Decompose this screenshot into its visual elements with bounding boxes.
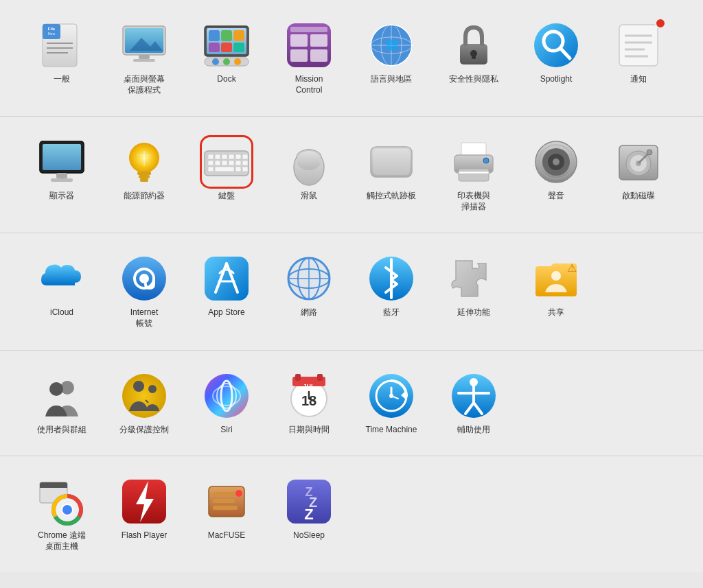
svg-point-116 xyxy=(122,374,166,418)
language-label: 語言與地區 xyxy=(371,74,412,85)
bluetooth-label: 藍牙 xyxy=(383,307,400,318)
internet-icon xyxy=(119,254,169,303)
svg-rect-156 xyxy=(213,499,235,503)
datetime-icon: JUL 18 xyxy=(284,371,334,421)
svg-rect-55 xyxy=(137,172,151,175)
svg-rect-19 xyxy=(233,43,244,52)
parental-label: 分級保護控制 xyxy=(119,425,169,436)
pref-sharing[interactable]: ⚠ 共享 xyxy=(515,247,597,325)
macfuse-label: MacFUSE xyxy=(208,530,246,541)
nosleep-icon: Z Z Z xyxy=(284,477,334,526)
icon-grid-1: File New 一般 xyxy=(21,14,682,102)
pref-datetime[interactable]: JUL 18 日期與時間 xyxy=(268,364,350,443)
pref-appstore[interactable]: App Store xyxy=(185,247,268,325)
macfuse-icon xyxy=(202,477,251,526)
display-icon xyxy=(37,137,87,187)
svg-rect-69 xyxy=(222,161,227,165)
pref-timemachine[interactable]: Time Machine xyxy=(350,364,433,443)
siri-label: Siri xyxy=(220,425,232,436)
svg-rect-25 xyxy=(290,34,308,47)
spotlight-icon xyxy=(531,21,581,70)
pref-parental[interactable]: 分級保護控制 xyxy=(103,364,185,443)
svg-rect-11 xyxy=(133,59,155,62)
pref-printer[interactable]: 印表機與掃描器 xyxy=(433,130,515,219)
svg-point-21 xyxy=(212,58,219,65)
parental-icon xyxy=(119,371,169,421)
pref-dock[interactable]: Dock xyxy=(185,14,268,92)
svg-rect-53 xyxy=(51,178,73,182)
svg-rect-61 xyxy=(208,154,214,159)
svg-point-79 xyxy=(297,151,321,170)
pref-startup[interactable]: 啟動磁碟 xyxy=(597,130,680,209)
dock-label: Dock xyxy=(217,74,235,85)
svg-rect-44 xyxy=(619,25,658,66)
svg-rect-15 xyxy=(221,30,232,41)
svg-point-23 xyxy=(234,58,241,65)
pref-sound[interactable]: 聲音 xyxy=(515,130,597,209)
svg-rect-62 xyxy=(215,154,220,159)
chrome-label: Chrome 遠端桌面主機 xyxy=(38,530,86,552)
network-icon xyxy=(284,254,334,303)
pref-nosleep[interactable]: Z Z Z NoSleep xyxy=(268,470,350,548)
pref-notification[interactable]: 通知 xyxy=(597,14,680,92)
svg-text:⚠: ⚠ xyxy=(567,262,577,274)
display-label: 顯示器 xyxy=(49,191,74,202)
svg-text:JUL: JUL xyxy=(303,383,315,390)
startup-icon xyxy=(614,137,663,187)
pref-network[interactable]: 網路 xyxy=(268,247,350,325)
pref-keyboard[interactable]: 鍵盤 xyxy=(185,130,268,209)
svg-rect-67 xyxy=(208,161,214,165)
language-icon: 🌐 xyxy=(367,21,416,70)
pref-icloud[interactable]: iCloud xyxy=(21,247,103,325)
desktop-icon xyxy=(119,21,169,70)
svg-text:Z: Z xyxy=(304,506,313,523)
mission-icon xyxy=(284,21,334,70)
svg-rect-76 xyxy=(242,167,248,172)
pref-desktop[interactable]: 桌面與螢幕保護程式 xyxy=(103,14,185,102)
svg-rect-66 xyxy=(242,154,248,159)
svg-rect-26 xyxy=(310,34,327,47)
pref-siri[interactable]: Siri xyxy=(185,364,268,443)
general-label: 一般 xyxy=(54,74,70,85)
svg-text:New: New xyxy=(48,32,55,36)
pref-security[interactable]: 安全性與隱私 xyxy=(433,14,515,92)
pref-users[interactable]: 使用者與群組 xyxy=(21,364,103,443)
pref-chrome[interactable]: Chrome 遠端桌面主機 xyxy=(21,470,103,558)
mouse-label: 滑鼠 xyxy=(301,191,317,202)
svg-point-100 xyxy=(139,274,149,283)
pref-macfuse[interactable]: MacFUSE xyxy=(185,470,268,548)
svg-rect-157 xyxy=(213,506,238,510)
svg-rect-71 xyxy=(235,161,241,165)
pref-bluetooth[interactable]: 藍牙 xyxy=(350,247,433,325)
svg-rect-40 xyxy=(472,54,476,59)
svg-point-112 xyxy=(551,271,561,281)
flash-icon xyxy=(119,477,169,526)
svg-rect-56 xyxy=(139,175,150,178)
bluetooth-icon xyxy=(367,254,416,303)
keyboard-icon xyxy=(202,137,251,187)
pref-mouse[interactable]: 滑鼠 xyxy=(268,130,350,209)
sharing-label: 共享 xyxy=(548,307,564,318)
svg-rect-52 xyxy=(56,173,67,178)
pref-general[interactable]: File New 一般 xyxy=(21,14,103,92)
pref-spotlight[interactable]: Spotlight xyxy=(515,14,597,92)
sound-icon xyxy=(531,137,581,187)
notification-badge xyxy=(655,18,666,29)
svg-rect-10 xyxy=(139,55,150,59)
svg-point-138 xyxy=(389,394,393,398)
timemachine-label: Time Machine xyxy=(366,425,417,436)
svg-point-90 xyxy=(553,158,560,165)
svg-text:🌐: 🌐 xyxy=(386,39,398,51)
dock-icon xyxy=(202,21,251,70)
pref-mission[interactable]: MissionControl xyxy=(268,14,350,102)
svg-rect-73 xyxy=(208,167,214,172)
pref-energy[interactable]: 能源節約器 xyxy=(103,130,185,209)
section-other: Chrome 遠端桌面主機 xyxy=(0,456,703,572)
pref-trackpad[interactable]: 觸控式軌跡板 xyxy=(350,130,433,209)
pref-extensions[interactable]: 延伸功能 xyxy=(433,247,515,325)
pref-display[interactable]: 顯示器 xyxy=(21,130,103,209)
pref-language[interactable]: 🌐 語言與地區 xyxy=(350,14,433,92)
pref-accessibility[interactable]: 輔助使用 xyxy=(433,364,515,443)
pref-flash[interactable]: Flash Player xyxy=(103,470,185,548)
pref-internet[interactable]: Internet帳號 xyxy=(103,247,185,336)
